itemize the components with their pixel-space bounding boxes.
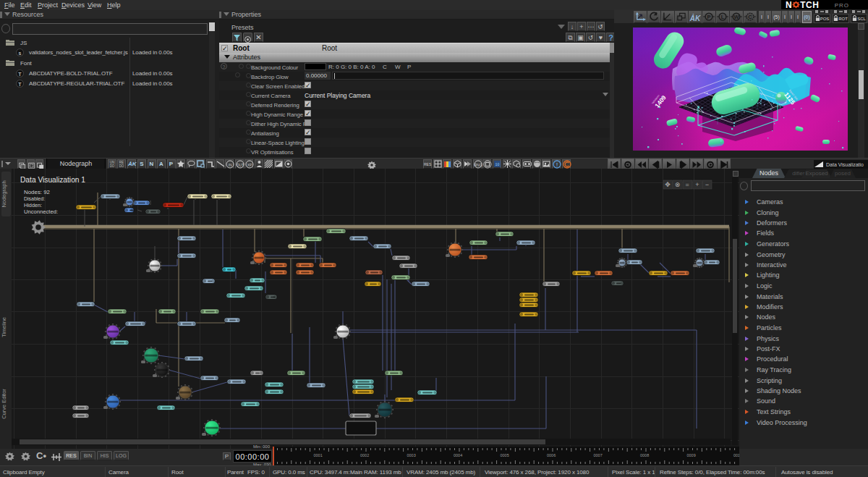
svg-text:0009: 0009: [687, 453, 696, 457]
svg-text:P: P: [707, 14, 710, 20]
svg-text:OUT: OUT: [236, 163, 244, 167]
svg-text:⊗: ⊗: [675, 181, 681, 188]
svg-text:0002: 0002: [360, 453, 369, 457]
svg-text:0006: 0006: [547, 453, 556, 457]
svg-text:RNG: RNG: [474, 163, 482, 167]
svg-text:Hidden:: Hidden:: [24, 202, 42, 208]
svg-text:✥: ✥: [665, 181, 671, 188]
svg-text:0008: 0008: [640, 453, 649, 457]
svg-text:L: L: [721, 14, 725, 20]
svg-text:−: −: [705, 181, 709, 188]
svg-text:=: =: [686, 181, 689, 188]
svg-text:XP: XP: [247, 163, 252, 167]
svg-text:0007: 0007: [594, 453, 603, 457]
svg-text:Nodegraph: Nodegraph: [1, 180, 7, 207]
svg-text:0001: 0001: [314, 453, 323, 457]
svg-text:10: 10: [495, 163, 499, 167]
svg-text:0005: 0005: [501, 453, 509, 457]
svg-text:Data Visualization 1: Data Visualization 1: [20, 175, 85, 184]
svg-text:W: W: [733, 14, 739, 20]
svg-text:0010: 0010: [733, 453, 739, 457]
svg-text:Disabled:: Disabled:: [24, 195, 45, 202]
svg-text:!: !: [556, 161, 558, 168]
svg-text:+: +: [695, 181, 699, 188]
svg-text:IN: IN: [229, 163, 232, 167]
svg-text:0004: 0004: [454, 453, 462, 457]
svg-text:C: C: [748, 14, 752, 20]
svg-text:0003: 0003: [407, 453, 416, 457]
svg-text:Curve Editor: Curve Editor: [1, 389, 7, 419]
svg-text:Nodes: 92: Nodes: 92: [24, 189, 51, 195]
svg-text:Unconnected:: Unconnected:: [24, 208, 58, 215]
svg-text:Timeline: Timeline: [1, 317, 7, 337]
